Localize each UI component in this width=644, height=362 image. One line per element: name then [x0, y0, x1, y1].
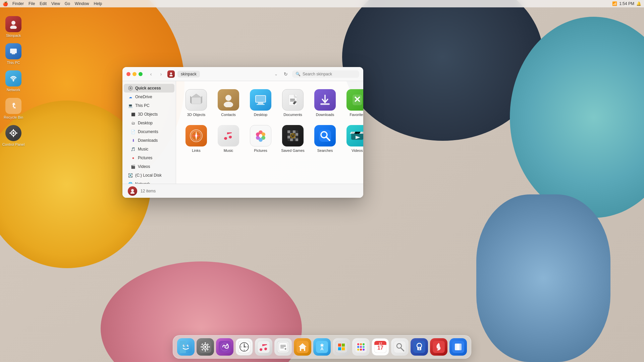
dock-siri[interactable] — [216, 338, 233, 356]
back-button[interactable]: ‹ — [147, 70, 155, 78]
menu-view[interactable]: View — [50, 1, 62, 6]
dock-launchpad[interactable] — [352, 338, 370, 356]
dock-burn[interactable] — [430, 338, 447, 356]
notification-icon[interactable]: 🔔 — [636, 1, 641, 6]
desktop-icon-skinpack[interactable]: Skinpack — [0, 13, 27, 41]
file-item-savedgames[interactable]: Saved Games — [278, 122, 308, 156]
file-item-3dobjects[interactable]: 3D Objects — [181, 86, 211, 120]
svg-point-74 — [204, 346, 206, 348]
close-button[interactable] — [126, 72, 130, 76]
sidebar-item-network[interactable]: 🌐 Network — [124, 180, 174, 184]
pictures-file-label: Pictures — [254, 148, 267, 153]
top-bar: 🍎 Finder File Edit View Go Window Help 📶… — [0, 0, 644, 7]
svg-point-11 — [170, 72, 172, 74]
svg-rect-77 — [201, 347, 202, 348]
desktop-icon-recycle[interactable]: Recycle Bin — [0, 95, 27, 122]
file-item-favorites[interactable]: ✕ Favorites — [342, 86, 363, 120]
maximize-button[interactable] — [139, 72, 143, 76]
menu-help[interactable]: Help — [92, 1, 104, 6]
dock-1password[interactable]: 1 — [411, 338, 428, 356]
file-item-pictures[interactable]: Pictures — [246, 122, 275, 156]
svg-rect-45 — [293, 130, 296, 133]
svg-text:✕: ✕ — [354, 95, 361, 105]
file-item-documents[interactable]: Documents — [278, 86, 308, 120]
menu-edit[interactable]: Edit — [38, 1, 48, 6]
desktop-icon-thispc[interactable]: This PC — [0, 41, 27, 68]
sidebar-item-videos[interactable]: 🎬 Videos — [124, 162, 174, 171]
items-count: 12 items — [141, 189, 156, 193]
svg-rect-23 — [257, 104, 265, 105]
music-file-label: Music — [224, 148, 233, 153]
sidebar-item-onedrive[interactable]: ☁ OneDrive — [124, 93, 174, 101]
thispc-sidebar-icon: 💻 — [128, 103, 133, 108]
dock-clock[interactable] — [235, 338, 253, 356]
forward-button[interactable]: › — [157, 70, 165, 78]
svg-point-116 — [363, 343, 365, 345]
apple-menu-icon[interactable]: 🍎 — [3, 1, 8, 6]
sidebar-item-downloads[interactable]: ⬇ Downloads — [124, 136, 174, 145]
dock-music[interactable] — [255, 338, 272, 356]
svg-point-14 — [129, 87, 131, 89]
file-item-music[interactable]: Music — [214, 122, 243, 156]
sidebar-item-desktop[interactable]: 🗂 Desktop — [124, 119, 174, 127]
svg-rect-76 — [205, 350, 206, 352]
svg-point-42 — [259, 134, 262, 137]
window-titlebar: ‹ › skinpack ⌄ ↻ 🔍 — [122, 67, 363, 81]
svg-rect-7 — [13, 129, 14, 131]
svg-rect-109 — [342, 344, 345, 347]
refresh-button[interactable]: ↻ — [282, 70, 289, 78]
3dobjects-sidebar-icon: ⬛ — [130, 112, 136, 117]
desktop-icon-network[interactable]: Network — [0, 68, 27, 95]
sidebar-item-documents[interactable]: 📄 Documents — [124, 127, 174, 136]
menu-finder[interactable]: Finder — [11, 1, 25, 6]
menu-window[interactable]: Window — [73, 1, 91, 6]
documents-file-label: Documents — [283, 113, 302, 117]
dock-textedit[interactable] — [274, 338, 292, 356]
file-item-desktop[interactable]: Desktop — [246, 86, 275, 120]
explorer-window: ‹ › skinpack ⌄ ↻ 🔍 Quick access ☁ OneDri… — [122, 67, 363, 198]
svg-rect-8 — [13, 135, 14, 137]
dock-home[interactable] — [294, 338, 311, 356]
sidebar-item-pictures[interactable]: ● Pictures — [124, 154, 174, 162]
dock-notes[interactable] — [449, 338, 467, 356]
localdisk-sidebar-label: (C:) Local Disk — [135, 173, 162, 178]
dock-alfred[interactable] — [391, 338, 409, 356]
file-item-downloads[interactable]: Downloads — [310, 86, 340, 120]
dock-appstore[interactable]: A — [313, 338, 331, 356]
sidebar-item-music[interactable]: 🎵 Music — [124, 145, 174, 154]
dock-finder[interactable] — [177, 338, 195, 356]
sidebar-item-quick-access[interactable]: Quick access — [124, 84, 174, 93]
sidebar-item-localdisk[interactable]: 💽 (C:) Local Disk — [124, 171, 174, 180]
svg-point-35 — [195, 135, 197, 137]
svg-rect-44 — [287, 130, 290, 133]
minimize-button[interactable] — [132, 72, 137, 76]
onedrive-icon: ☁ — [128, 94, 133, 100]
menu-file[interactable]: File — [27, 1, 37, 6]
dock-bootcamp[interactable] — [333, 338, 350, 356]
file-item-contacts[interactable]: Contacts — [214, 86, 243, 120]
searches-file-label: Searches — [317, 148, 333, 153]
search-bar: 🔍 — [292, 70, 359, 78]
menu-go[interactable]: Go — [63, 1, 72, 6]
desktop-icon-control-panel[interactable]: Control Panel — [0, 122, 27, 149]
svg-point-1 — [10, 25, 17, 29]
search-input[interactable] — [303, 72, 350, 76]
sidebar-item-thispc[interactable]: 💻 This PC — [124, 101, 174, 110]
file-item-searches[interactable]: Searches — [310, 122, 340, 156]
breadcrumb-dropdown[interactable]: ⌄ — [273, 71, 279, 77]
svg-point-117 — [357, 346, 359, 348]
file-item-videos[interactable]: Videos — [342, 122, 363, 156]
downloads-file-icon — [314, 89, 336, 111]
top-bar-left: 🍎 Finder File Edit View Go Window Help — [3, 1, 104, 6]
traffic-lights — [126, 72, 143, 76]
svg-point-122 — [363, 349, 365, 351]
svg-rect-3 — [12, 53, 15, 54]
svg-rect-47 — [296, 133, 298, 136]
desktop-file-label: Desktop — [254, 113, 267, 117]
svg-rect-10 — [16, 132, 17, 133]
dock-system-preferences[interactable] — [197, 338, 214, 356]
dock-calendar[interactable]: 17 17 — [372, 338, 389, 356]
file-item-links[interactable]: Links — [181, 122, 211, 156]
sidebar-item-3dobjects[interactable]: ⬛ 3D Objects — [124, 110, 174, 119]
top-bar-right: 📶 1:54 PM 🔔 — [612, 1, 641, 6]
